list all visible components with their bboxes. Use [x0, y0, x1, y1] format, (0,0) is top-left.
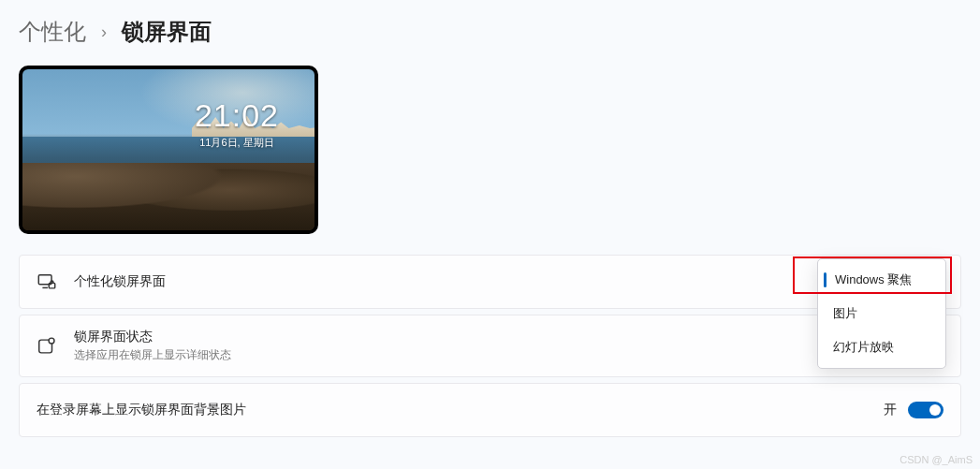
- watermark: CSDN @_AimS: [900, 454, 973, 465]
- dropdown-option-picture[interactable]: 图片: [822, 297, 942, 330]
- dropdown-option-spotlight[interactable]: Windows 聚焦: [822, 263, 942, 297]
- dropdown-option-slideshow[interactable]: 幻灯片放映: [822, 330, 942, 364]
- preview-date: 11月6日, 星期日: [195, 136, 279, 150]
- breadcrumb-separator: ›: [101, 22, 107, 42]
- svg-point-3: [49, 338, 54, 344]
- lockscreen-preview-overlay: 21:02 11月6日, 星期日: [195, 97, 279, 150]
- breadcrumb: 个性化 › 锁屏界面: [0, 0, 980, 56]
- lockscreen-preview: 21:02 11月6日, 星期日: [19, 66, 318, 234]
- setting-title: 个性化锁屏界面: [74, 273, 943, 290]
- preview-clock: 21:02: [195, 97, 279, 134]
- setting-title: 在登录屏幕上显示锁屏界面背景图片: [37, 402, 884, 418]
- lockscreen-background-dropdown: Windows 聚焦 图片 幻灯片放映: [817, 258, 946, 369]
- toggle-switch[interactable]: [908, 402, 943, 418]
- setting-show-bg-on-signin: 在登录屏幕上显示锁屏界面背景图片 开: [19, 383, 961, 437]
- breadcrumb-current: 锁屏界面: [122, 17, 212, 47]
- breadcrumb-parent[interactable]: 个性化: [19, 17, 86, 47]
- monitor-lock-icon: [37, 271, 57, 292]
- toggle-state-label: 开: [884, 402, 897, 418]
- setting-subtitle: 选择应用在锁屏上显示详细状态: [74, 347, 943, 363]
- app-status-icon: [37, 336, 57, 357]
- setting-title: 锁屏界面状态: [74, 329, 943, 345]
